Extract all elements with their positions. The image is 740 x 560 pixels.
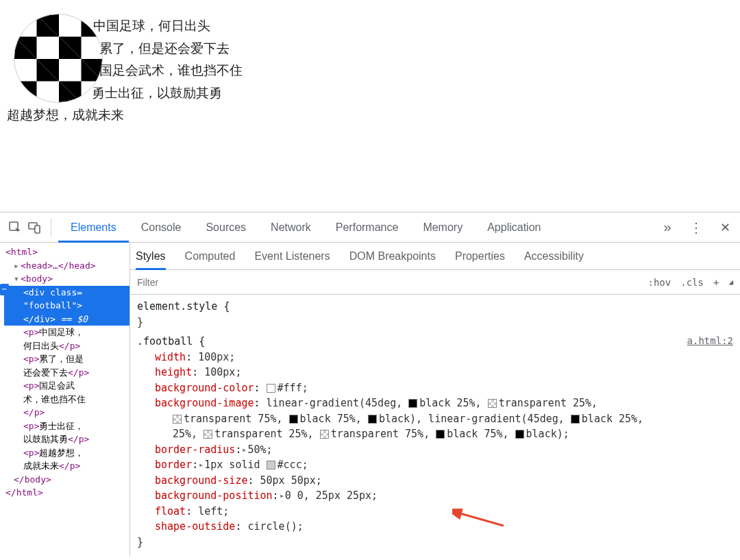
cls-toggle[interactable]: .cls bbox=[680, 277, 704, 288]
styles-subtabs: Styles Computed Event Listeners DOM Brea… bbox=[130, 243, 740, 270]
tab-performance[interactable]: Performance bbox=[323, 212, 411, 243]
styles-filter-row: :hov .cls + ◢ bbox=[130, 270, 740, 295]
devtools-panel: Elements Console Sources Network Perform… bbox=[0, 212, 740, 557]
device-toggle-icon[interactable] bbox=[25, 218, 44, 237]
tab-application[interactable]: Application bbox=[475, 212, 553, 243]
inspect-icon[interactable] bbox=[5, 218, 25, 237]
paragraph: 中国足球，何日出头 bbox=[7, 16, 733, 36]
corner-icon[interactable]: ◢ bbox=[728, 278, 733, 287]
subtab-styles[interactable]: Styles bbox=[136, 243, 166, 270]
paragraph: 国足会武术，谁也挡不住 bbox=[7, 61, 733, 81]
subtab-properties[interactable]: Properties bbox=[455, 243, 505, 270]
kebab-icon[interactable]: ⋮ bbox=[687, 218, 706, 237]
close-icon[interactable]: ✕ bbox=[715, 218, 735, 237]
tab-network[interactable]: Network bbox=[258, 212, 323, 243]
dom-tree[interactable]: <html> ▸<head>…</head> ▾<body> ⋯ <div cl… bbox=[0, 243, 130, 557]
subtab-dom-breakpoints[interactable]: DOM Breakpoints bbox=[349, 243, 436, 270]
svg-rect-2 bbox=[35, 226, 40, 233]
subtab-event-listeners[interactable]: Event Listeners bbox=[254, 243, 330, 270]
tab-elements[interactable]: Elements bbox=[58, 212, 129, 243]
paragraph: 勇士出征，以鼓励其勇 bbox=[7, 84, 733, 104]
styles-panel: Styles Computed Event Listeners DOM Brea… bbox=[130, 243, 740, 557]
breakpoint-marker: ⋯ bbox=[0, 284, 9, 295]
tab-console[interactable]: Console bbox=[129, 212, 194, 243]
tab-sources[interactable]: Sources bbox=[193, 212, 258, 243]
css-rules[interactable]: element.style { } a.html:2 .football { w… bbox=[130, 295, 740, 557]
new-rule-button[interactable]: + bbox=[713, 277, 719, 288]
football-circle bbox=[14, 14, 103, 103]
rendered-page: 中国足球，何日出头 累了，但是还会爱下去 国足会武术，谁也挡不住 勇士出征，以鼓… bbox=[0, 0, 740, 212]
tab-memory[interactable]: Memory bbox=[410, 212, 475, 243]
paragraph: 超越梦想，成就未来 bbox=[7, 106, 733, 125]
styles-filter-input[interactable] bbox=[130, 277, 648, 288]
paragraph: 累了，但是还会爱下去 bbox=[7, 39, 733, 59]
devtools-tabbar: Elements Console Sources Network Perform… bbox=[0, 212, 740, 243]
selected-node[interactable]: <div class= "football"> </div> == $0 bbox=[4, 286, 130, 326]
subtab-accessibility[interactable]: Accessibility bbox=[524, 243, 584, 270]
hov-toggle[interactable]: :hov bbox=[648, 277, 671, 288]
source-link[interactable]: a.html:2 bbox=[687, 334, 733, 348]
subtab-computed[interactable]: Computed bbox=[185, 243, 236, 270]
overflow-icon[interactable]: » bbox=[658, 218, 677, 237]
